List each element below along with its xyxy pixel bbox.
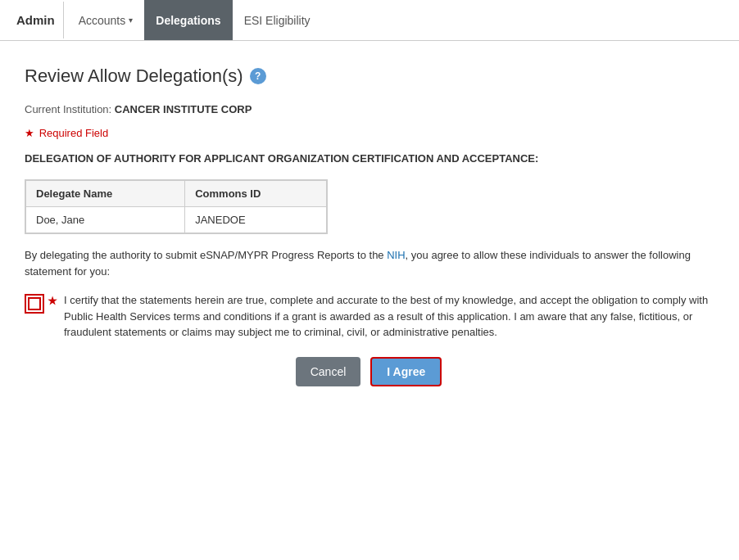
esi-eligibility-label: ESI Eligibility	[244, 14, 311, 27]
nav-item-accounts[interactable]: Accounts ▾	[67, 0, 145, 40]
top-navigation: Admin Accounts ▾ Delegations ESI Eligibi…	[0, 0, 739, 41]
col-header-commons-id: Commons ID	[185, 181, 327, 207]
page-title: Review Allow Delegation(s) ?	[25, 65, 713, 87]
checkbox-outer-border	[25, 294, 44, 314]
commons-id-cell: JANEDOE	[185, 207, 327, 233]
main-content: Review Allow Delegation(s) ? Current Ins…	[0, 41, 737, 403]
required-field-text: Required Field	[39, 127, 109, 139]
button-row: Cancel I Agree	[25, 357, 713, 386]
agreement-paragraph: By delegating the authority to submit eS…	[25, 247, 713, 279]
institution-line: Current Institution: CANCER INSTITUTE CO…	[25, 103, 713, 115]
section-heading: DELEGATION OF AUTHORITY FOR APPLICANT OR…	[25, 152, 713, 165]
accounts-dropdown-arrow: ▾	[129, 16, 133, 25]
delegate-name-cell: Doe, Jane	[26, 207, 185, 233]
required-field-note: ★ Required Field	[25, 127, 713, 139]
table-row: Doe, Jane JANEDOE	[26, 207, 327, 233]
institution-name: CANCER INSTITUTE CORP	[115, 103, 252, 115]
certification-area: ★ I certify that the statements herein a…	[25, 292, 713, 341]
certification-text: I certify that the statements herein are…	[64, 292, 713, 341]
required-star: ★	[25, 127, 34, 139]
nih-link[interactable]: NIH	[387, 249, 405, 261]
institution-label: Current Institution:	[25, 103, 111, 115]
col-header-delegate-name: Delegate Name	[26, 181, 185, 207]
admin-label: Admin	[8, 2, 64, 38]
nav-item-delegations[interactable]: Delegations	[144, 0, 232, 40]
delegate-table-wrapper: Delegate Name Commons ID Doe, Jane JANED…	[25, 179, 328, 234]
delegate-table: Delegate Name Commons ID Doe, Jane JANED…	[25, 180, 327, 233]
certification-checkbox[interactable]	[28, 297, 41, 310]
accounts-label: Accounts	[79, 14, 126, 27]
help-icon[interactable]: ?	[250, 68, 266, 84]
cancel-button[interactable]: Cancel	[296, 357, 361, 386]
table-header-row: Delegate Name Commons ID	[26, 181, 327, 207]
nav-item-esi-eligibility[interactable]: ESI Eligibility	[233, 0, 322, 40]
checkbox-required-star: ★	[48, 295, 57, 307]
delegations-label: Delegations	[156, 14, 220, 27]
agree-button[interactable]: I Agree	[370, 357, 442, 386]
